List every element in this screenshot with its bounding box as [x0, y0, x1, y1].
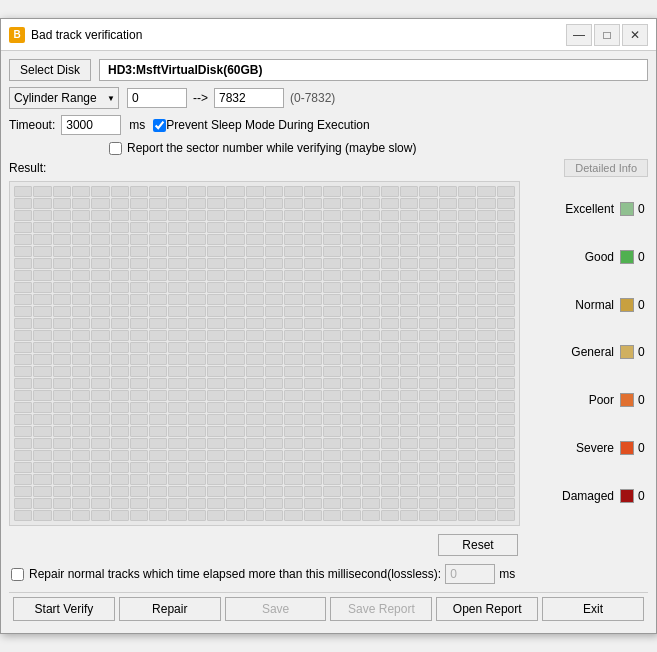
grid-cell	[284, 426, 302, 437]
grid-cell	[419, 354, 437, 365]
grid-cell	[419, 498, 437, 509]
grid-cell	[419, 426, 437, 437]
grid-cell	[304, 450, 322, 461]
grid-cell	[419, 246, 437, 257]
cylinder-range-select[interactable]: Cylinder Range	[9, 87, 119, 109]
open-report-button[interactable]: Open Report	[436, 597, 538, 621]
grid-cell	[14, 306, 32, 317]
grid-cell	[226, 234, 244, 245]
grid-cell	[226, 486, 244, 497]
grid-cell	[33, 462, 51, 473]
grid-cell	[130, 330, 148, 341]
grid-cell	[226, 366, 244, 377]
grid-cell	[72, 318, 90, 329]
grid-cell	[342, 462, 360, 473]
grid-cell	[111, 282, 129, 293]
grid-cell	[362, 486, 380, 497]
repair-button[interactable]: Repair	[119, 597, 221, 621]
grid-cell	[130, 282, 148, 293]
grid-cell	[188, 234, 206, 245]
grid-cell	[130, 486, 148, 497]
grid-cell	[458, 210, 476, 221]
repair-ms-input[interactable]	[445, 564, 495, 584]
repair-checkbox[interactable]	[11, 568, 24, 581]
grid-cell	[207, 222, 225, 233]
grid-cell	[265, 498, 283, 509]
grid-cell	[400, 270, 418, 281]
grid-cell	[149, 282, 167, 293]
legend-item-count: 0	[638, 489, 648, 503]
grid-cell	[439, 474, 457, 485]
grid-cell	[497, 318, 515, 329]
grid-cell	[91, 474, 109, 485]
grid-cell	[265, 414, 283, 425]
grid-cell	[53, 294, 71, 305]
grid-cell	[111, 318, 129, 329]
cylinder-end-input[interactable]	[214, 88, 284, 108]
grid-cell	[458, 450, 476, 461]
grid-cell	[381, 354, 399, 365]
grid-cell	[226, 294, 244, 305]
timeout-input[interactable]	[61, 115, 121, 135]
grid-cell	[323, 426, 341, 437]
grid-cell	[207, 306, 225, 317]
grid-cell	[168, 342, 186, 353]
minimize-button[interactable]: —	[566, 24, 592, 46]
grid-cell	[284, 462, 302, 473]
grid-cell	[265, 270, 283, 281]
grid-cell	[111, 366, 129, 377]
grid-cell	[72, 258, 90, 269]
grid-cell	[400, 246, 418, 257]
range-info-label: (0-7832)	[290, 91, 335, 105]
start-verify-button[interactable]: Start Verify	[13, 597, 115, 621]
grid-cell	[458, 438, 476, 449]
close-button[interactable]: ✕	[622, 24, 648, 46]
grid-cell	[188, 366, 206, 377]
grid-cell	[91, 246, 109, 257]
grid-cell	[265, 426, 283, 437]
grid-cell	[33, 354, 51, 365]
grid-cell	[458, 258, 476, 269]
report-sector-checkbox[interactable]	[109, 142, 122, 155]
grid-cell	[149, 222, 167, 233]
grid-cell	[304, 270, 322, 281]
grid-cell	[246, 474, 264, 485]
grid-cell	[342, 366, 360, 377]
grid-cell	[33, 186, 51, 197]
grid-cell	[323, 438, 341, 449]
grid-cell	[72, 378, 90, 389]
grid-cell	[72, 246, 90, 257]
grid-cell	[188, 306, 206, 317]
grid-cell	[188, 270, 206, 281]
grid-cell	[342, 354, 360, 365]
save-report-button[interactable]: Save Report	[330, 597, 432, 621]
grid-cell	[439, 354, 457, 365]
grid-cell	[304, 354, 322, 365]
legend-item: Severe0	[528, 441, 648, 455]
reset-button[interactable]: Reset	[438, 534, 518, 556]
grid-cell	[168, 354, 186, 365]
grid-cell	[14, 258, 32, 269]
exit-button[interactable]: Exit	[542, 597, 644, 621]
app-icon: B	[9, 27, 25, 43]
select-disk-button[interactable]: Select Disk	[9, 59, 91, 81]
maximize-button[interactable]: □	[594, 24, 620, 46]
detailed-info-button[interactable]: Detailed Info	[564, 159, 648, 177]
grid-cell	[284, 390, 302, 401]
save-button[interactable]: Save	[225, 597, 327, 621]
prevent-sleep-checkbox[interactable]	[153, 119, 166, 132]
grid-cell	[284, 450, 302, 461]
grid-cell	[246, 318, 264, 329]
grid-cell	[381, 390, 399, 401]
grid-cell	[284, 294, 302, 305]
grid-cell	[168, 486, 186, 497]
cylinder-start-input[interactable]	[127, 88, 187, 108]
grid-cell	[149, 234, 167, 245]
grid-cell	[207, 462, 225, 473]
grid-cell	[111, 474, 129, 485]
grid-cell	[497, 186, 515, 197]
grid-cell	[458, 462, 476, 473]
grid-cell	[14, 234, 32, 245]
grid-cell	[439, 318, 457, 329]
grid-cell	[91, 330, 109, 341]
